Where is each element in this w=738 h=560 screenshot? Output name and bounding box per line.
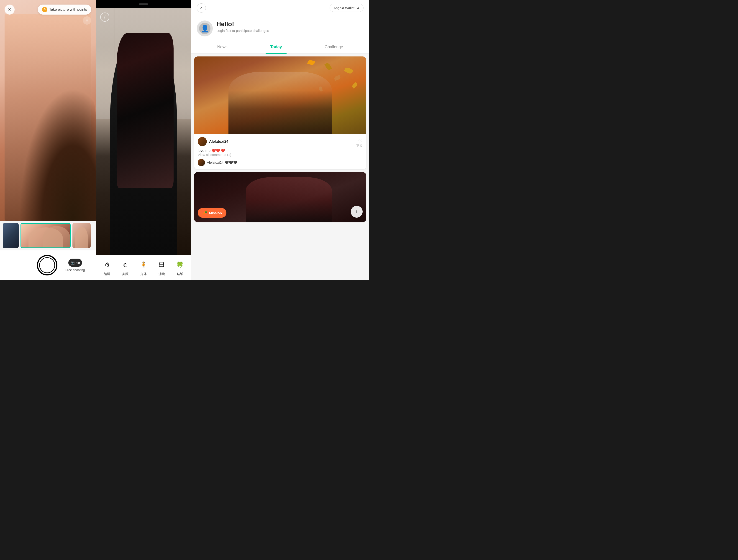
beauty-icon: ☺ — [119, 259, 131, 271]
free-shooting-label: Free shooting — [65, 268, 85, 272]
points-badge-label: Take picture with points — [49, 8, 87, 12]
free-shooting-count: 10 — [76, 261, 80, 265]
mission-button[interactable]: 🥕 Mission — [198, 208, 227, 217]
feed-user-info-1: Alelatoxi24 — [198, 137, 228, 146]
feed-card-1-image: ⋮ — [194, 56, 366, 134]
wallet-label: Angola Wallet — [333, 6, 354, 10]
feed-comment-text-1: Alelatoxi24 🖤🖤🖤 — [207, 160, 238, 164]
feed-username-1[interactable]: Alelatoxi24 — [209, 139, 228, 144]
cam-notch — [139, 3, 148, 5]
camera-controls: 📷 10 Free shooting — [0, 250, 96, 280]
person-hair — [117, 33, 173, 188]
toolbar-sticker[interactable]: 🍀 贴纸 — [173, 259, 187, 276]
panel-left: × P Take picture with points ⚡ ◎ — [0, 0, 96, 280]
filter-icon: 🎞 — [156, 259, 167, 271]
mission-label: Mission — [209, 211, 222, 215]
main-photo-area: ⚡ ◎ — [0, 0, 96, 221]
toolbar-edit[interactable]: ⚙ 编辑 — [100, 259, 114, 276]
hair-overlay — [19, 88, 96, 221]
cam-photo-bg — [96, 8, 191, 255]
filter-icon[interactable]: ◎ — [83, 16, 91, 25]
free-shooting-icon: 📷 10 — [68, 258, 82, 267]
thumbnail-3[interactable] — [72, 223, 91, 248]
filter-label: 滤镜 — [158, 272, 165, 276]
tabs-row: News Today Challenge — [191, 41, 369, 54]
tab-challenge[interactable]: Challenge — [320, 41, 348, 54]
card2-more-dots[interactable]: ⋮ — [359, 175, 364, 180]
free-shooting-button[interactable]: 📷 10 Free shooting — [65, 258, 85, 272]
cam-bottom-toolbar: ⚙ 编辑 ☺ 美颜 🧍 身体 🎞 滤镜 🍀 贴纸 — [96, 255, 191, 280]
card1-more-dots[interactable]: ⋮ — [359, 59, 364, 64]
feed-card-1-body: Alelatoxi24 ♡ love me ❤️❤️❤️ 更多 View all… — [194, 134, 366, 169]
camera-icon: 📷 — [70, 260, 75, 265]
feed-card-2: ⋮ 🥕 Mission + — [194, 172, 366, 222]
avatar-icon: 👤 — [199, 23, 211, 34]
tab-news[interactable]: News — [213, 41, 232, 54]
toolbar-body[interactable]: 🧍 身体 — [137, 259, 150, 276]
person-figure — [110, 33, 177, 255]
fab-icon: + — [355, 208, 358, 215]
profile-hello: Hello! — [217, 20, 269, 28]
feed-scroll[interactable]: ⋮ Alelatoxi24 ♡ love me ❤️❤️❤️ 更多 View a… — [191, 54, 369, 280]
points-icon: P — [42, 7, 47, 12]
beauty-label: 美颜 — [122, 272, 128, 276]
thumbnail-2[interactable] — [20, 223, 71, 248]
panel-mid: i ⚙ 编辑 ☺ 美颜 🧍 身体 🎞 滤镜 🍀 贴纸 — [96, 0, 191, 280]
right-close-button[interactable]: × — [197, 3, 206, 13]
tab-today[interactable]: Today — [266, 41, 287, 54]
body-icon: 🧍 — [138, 259, 149, 271]
feed-comment-row-1: Alelatoxi24 🖤🖤🖤 — [198, 159, 363, 166]
avatar: 👤 — [197, 20, 213, 36]
comment-avatar-1 — [198, 159, 205, 166]
sticker-label: 贴纸 — [177, 272, 183, 276]
shutter-button[interactable] — [37, 255, 57, 275]
feed-caption-1: love me ❤️❤️❤️ — [198, 149, 225, 152]
feed-user-row-1: Alelatoxi24 ♡ — [198, 137, 363, 146]
info-button[interactable]: i — [100, 13, 109, 22]
cam-top-bar — [96, 0, 191, 8]
right-header: × Angola Wallet 🗂 — [191, 0, 369, 16]
cam-photo-area: i — [96, 8, 191, 255]
sticker-icon: 🍀 — [174, 259, 186, 271]
edit-icon: ⚙ — [101, 259, 113, 271]
left-header: × P Take picture with points — [0, 5, 96, 15]
body-label: 身体 — [140, 272, 147, 276]
main-photo: ⚡ ◎ — [0, 0, 96, 221]
profile-text: Hello! Login first to participate challe… — [217, 20, 269, 33]
feed-caption-area-1: love me ❤️❤️❤️ 更多 — [198, 148, 363, 153]
fab-button[interactable]: + — [351, 206, 363, 217]
profile-subtitle: Login first to participate challenges — [217, 29, 269, 33]
toolbar-filter[interactable]: 🎞 滤镜 — [155, 259, 168, 276]
thumbnail-1[interactable] — [3, 223, 19, 248]
profile-section: 👤 Hello! Login first to participate chal… — [191, 16, 369, 41]
feed-card-1: ⋮ Alelatoxi24 ♡ love me ❤️❤️❤️ 更多 View a… — [194, 56, 366, 169]
curtain-line-5 — [172, 8, 191, 58]
wallet-icon: 🗂 — [356, 6, 360, 10]
shutter-inner — [39, 257, 55, 273]
points-badge[interactable]: P Take picture with points — [38, 5, 91, 15]
feed-more-1[interactable]: 更多 — [356, 144, 363, 148]
feed-img-bg-1 — [194, 56, 366, 134]
edit-label: 编辑 — [104, 272, 110, 276]
close-button[interactable]: × — [5, 5, 15, 15]
wallet-button[interactable]: Angola Wallet 🗂 — [330, 4, 364, 12]
feed-avatar-1 — [198, 137, 207, 146]
view-comments-1[interactable]: View all comments (1) — [198, 153, 363, 157]
carrot-icon: 🥕 — [202, 210, 207, 215]
panel-right: × Angola Wallet 🗂 👤 Hello! Login first t… — [191, 0, 369, 280]
thumbnail-strip — [0, 221, 96, 250]
toolbar-beauty[interactable]: ☺ 美颜 — [118, 259, 132, 276]
